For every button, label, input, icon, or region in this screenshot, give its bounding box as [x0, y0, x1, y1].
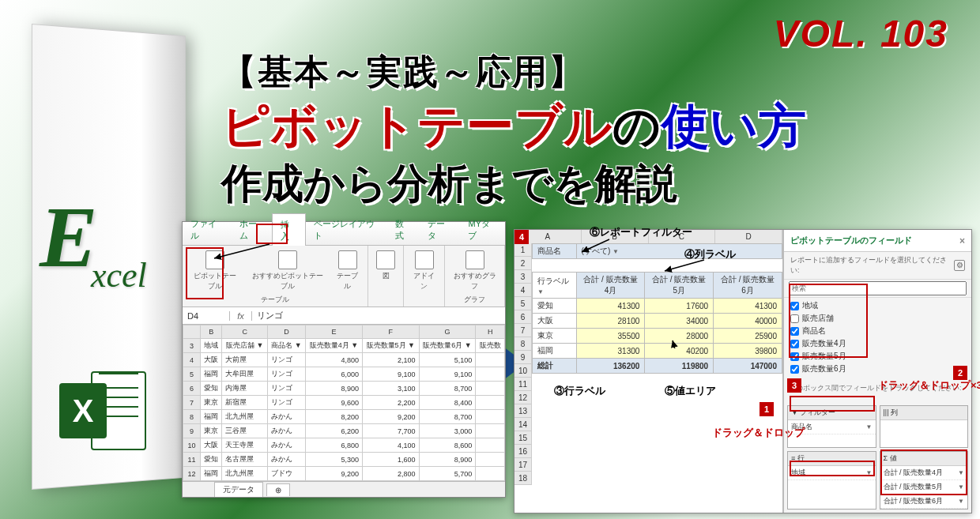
annot-drag2: ドラッグ＆ドロップ×3 [878, 380, 980, 391]
field-item[interactable]: 販売数量4月 [789, 337, 967, 350]
thumbnail-canvas: E xcel X VOL. 103 【基本～実践～応用】 ピボットテーブルの使い… [0, 0, 980, 519]
title-l2-black: の [612, 100, 662, 152]
badge-3: 3 [787, 378, 801, 393]
sheet-tab-add[interactable]: ⊕ [266, 483, 290, 496]
tab-file[interactable]: ファイル [183, 213, 232, 245]
pane-close-icon[interactable]: × [959, 235, 965, 246]
addins-button[interactable]: アドイン [409, 249, 439, 293]
pivot-table-button[interactable]: ピボットテーブル [187, 249, 243, 293]
tab-data[interactable]: データ [420, 213, 460, 245]
annot-drag1: ドラッグ＆ドロップ [712, 427, 805, 438]
pane-title: ピボットテーブルのフィールド [790, 235, 912, 246]
field-list[interactable]: 地域販売店舗商品名販売数量4月販売数量5月販売数量6月 [784, 298, 971, 377]
screenshot-pivot-result: ABCD 123456789101112131415161718 商品名(すべて… [514, 229, 972, 513]
sheet-tabs[interactable]: 元データ ⊕ [183, 481, 505, 497]
name-box[interactable]: D4 [183, 311, 230, 321]
ribbon-group-charts: グラフ [450, 295, 499, 305]
field-search-input[interactable] [789, 281, 967, 295]
tab-mytab[interactable]: MYタブ [460, 213, 505, 245]
title-line3: 作成から分析までを解説 [221, 156, 677, 212]
annot-report-filter: ⑥レポートフィルター [590, 225, 692, 239]
annot-row-label: ③行ラベル [554, 384, 605, 398]
table-button[interactable]: テーブル [332, 249, 363, 293]
badge-2: 2 [953, 366, 967, 380]
ribbon-tabs: ファイル ホーム 挿入 ページレイアウト 数式 データ MYタブ [183, 222, 505, 246]
illustrations-button[interactable]: 図 [373, 249, 398, 283]
title-line2: ピボットテーブルの使い方 [221, 95, 807, 159]
field-item[interactable]: 販売数量6月 [789, 363, 967, 375]
excel-x-badge: X [59, 383, 107, 438]
tab-formulas[interactable]: 数式 [387, 213, 420, 245]
sheet-tab-source[interactable]: 元データ [214, 482, 263, 497]
field-item[interactable]: 商品名 [789, 325, 967, 337]
area-values[interactable]: Σ 値 合計 / 販売数量4月▼合計 / 販売数量5月▼合計 / 販売数量6月▼ [880, 451, 969, 510]
excel-icon: X [59, 371, 146, 458]
ribbon-group-tables: テーブル [187, 295, 363, 305]
annot-val-area: ⑤値エリア [665, 384, 716, 398]
field-item[interactable]: 地域 [789, 299, 967, 312]
formula-value[interactable]: リンゴ [252, 310, 288, 322]
recommended-pivot-button[interactable]: おすすめピボットテーブル [247, 249, 327, 293]
title-l2-blue: 使い方 [662, 100, 807, 152]
tab-pagelayout[interactable]: ページレイアウト [306, 213, 387, 245]
pivot-sheet-area[interactable]: ABCD 123456789101112131415161718 商品名(すべて… [514, 230, 783, 513]
logo-letters-xcel: xcel [91, 255, 147, 295]
screenshot-source-sheet: ファイル ホーム 挿入 ページレイアウト 数式 データ MYタブ ピボットテーブ… [182, 221, 506, 498]
badge-4: 4 [514, 230, 529, 244]
fx-icon[interactable]: fx [230, 311, 252, 321]
pane-subtitle: レポートに追加するフィールドを選択してください: [790, 255, 954, 276]
recommended-chart-button[interactable]: おすすめグラフ [450, 249, 499, 293]
title-line1: 【基本～実践～応用】 [221, 49, 585, 96]
logo-letter-e: E [40, 194, 97, 280]
tab-insert[interactable]: 挿入 [272, 213, 306, 246]
annot-col-label: ④列ラベル [684, 247, 736, 261]
ribbon-body: ピボットテーブル おすすめピボットテーブル テーブル テーブル 図 アドイン お… [183, 246, 505, 307]
tab-home[interactable]: ホーム [232, 213, 272, 245]
title-l2-red: ピボットテーブル [221, 100, 612, 152]
volume-number: VOL. 103 [774, 12, 948, 55]
area-columns[interactable]: ||| 列 [880, 405, 969, 448]
badge-1: 1 [760, 402, 774, 416]
gear-icon[interactable]: ⚙ [954, 260, 965, 271]
formula-bar: D4 fx リンゴ [183, 307, 505, 325]
worksheet-grid[interactable]: BCDEFGH3地域販売店舗 ▼商品名 ▼販売数量4月 ▼販売数量5月 ▼販売数… [183, 325, 505, 481]
field-item[interactable]: 販売数量5月 [789, 350, 967, 363]
area-rows[interactable]: ≡ 行 地域▼ [787, 451, 876, 510]
field-item[interactable]: 販売店舗 [789, 312, 967, 325]
pivot-field-pane: ピボットテーブルのフィールド × レポートに追加するフィールドを選択してください… [783, 230, 971, 513]
